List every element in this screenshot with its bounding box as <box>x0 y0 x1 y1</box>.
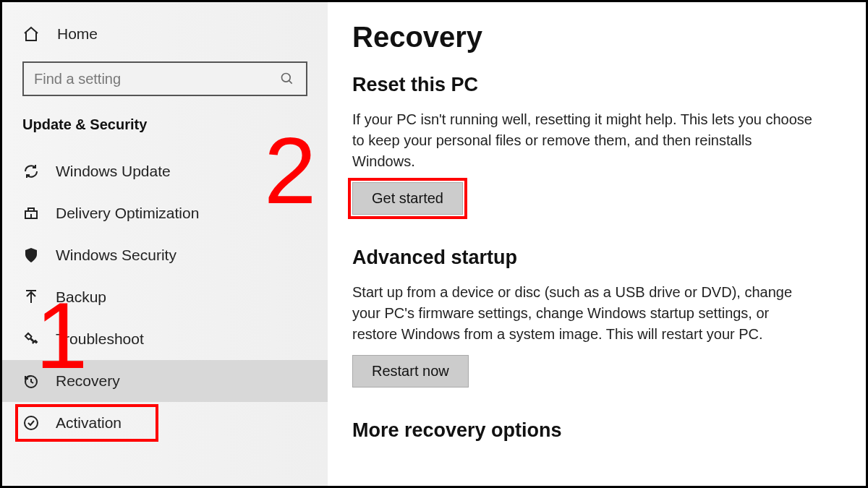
wrench-icon <box>22 330 40 348</box>
sync-icon <box>22 163 40 180</box>
sidebar-category-title: Update & Security <box>2 109 328 150</box>
sidebar-item-windows-security[interactable]: Windows Security <box>2 234 328 276</box>
section-advanced-startup: Advanced startup Start up from a device … <box>352 247 831 388</box>
sidebar-item-recovery[interactable]: Recovery <box>2 360 328 402</box>
sidebar-item-label: Windows Security <box>56 247 176 264</box>
sidebar-item-label: Activation <box>56 414 122 432</box>
check-circle-icon <box>22 414 40 432</box>
home-label: Home <box>57 25 98 43</box>
backup-icon <box>22 288 40 306</box>
get-started-button[interactable]: Get started <box>352 182 463 215</box>
section-title: Advanced startup <box>352 247 831 269</box>
sidebar-item-activation[interactable]: Activation <box>2 402 328 444</box>
restart-now-button[interactable]: Restart now <box>352 355 469 388</box>
delivery-icon <box>22 205 40 222</box>
sidebar-item-label: Recovery <box>56 372 120 390</box>
sidebar-item-backup[interactable]: Backup <box>2 276 328 318</box>
sidebar-item-label: Delivery Optimization <box>56 205 199 222</box>
sidebar-item-troubleshoot[interactable]: Troubleshoot <box>2 318 328 360</box>
page-title: Recovery <box>352 21 831 53</box>
sidebar-item-label: Backup <box>56 288 106 306</box>
sidebar-home[interactable]: Home <box>2 20 328 56</box>
shield-icon <box>22 247 40 264</box>
recovery-icon <box>22 372 40 390</box>
main-content: Recovery Reset this PC If your PC isn't … <box>328 2 866 486</box>
settings-sidebar: Home Find a setting Update & Security <box>2 2 328 486</box>
sidebar-item-delivery-optimization[interactable]: Delivery Optimization <box>2 192 328 234</box>
section-desc: If your PC isn't running well, resetting… <box>352 109 815 172</box>
section-more-recovery: More recovery options <box>352 419 831 442</box>
svg-line-1 <box>289 81 292 84</box>
svg-point-0 <box>282 74 291 82</box>
section-desc: Start up from a device or disc (such as … <box>352 282 815 345</box>
svg-point-7 <box>25 416 38 429</box>
sidebar-item-windows-update[interactable]: Windows Update <box>2 150 328 192</box>
search-icon <box>278 70 296 87</box>
section-reset-pc: Reset this PC If your PC isn't running w… <box>352 74 831 215</box>
sidebar-item-label: Troubleshoot <box>56 330 144 348</box>
home-icon <box>22 25 40 43</box>
sidebar-item-label: Windows Update <box>56 163 171 180</box>
section-title: More recovery options <box>352 419 831 442</box>
search-input[interactable]: Find a setting <box>22 61 307 96</box>
search-placeholder: Find a setting <box>34 71 121 87</box>
section-title: Reset this PC <box>352 74 831 96</box>
